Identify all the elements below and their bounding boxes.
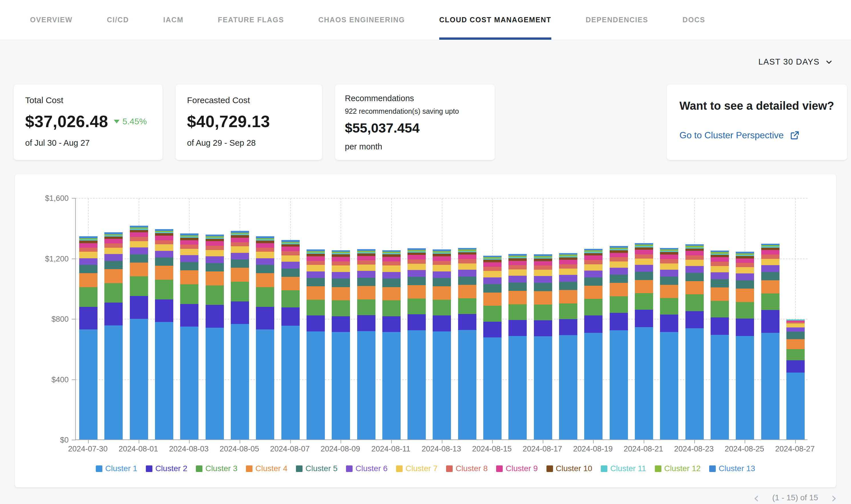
bar-2024-08-14[interactable] (455, 198, 480, 439)
period-selector[interactable]: LAST 30 DAYS (758, 57, 833, 67)
bar-2024-08-04[interactable] (202, 198, 227, 439)
bar-2024-08-18[interactable] (556, 198, 581, 439)
tab-overview[interactable]: OVERVIEW (30, 0, 73, 40)
tab-feature-flags[interactable]: FEATURE FLAGS (218, 0, 284, 40)
pagination-prev-icon[interactable]: ‹ (753, 492, 759, 503)
segment-cluster-4 (711, 287, 729, 301)
segment-cluster-8 (155, 240, 173, 245)
legend-item-cluster-10[interactable]: Cluster 10 (546, 464, 592, 473)
legend-item-cluster-1[interactable]: Cluster 1 (96, 464, 137, 473)
bar-2024-08-03[interactable] (177, 198, 202, 439)
legend-item-cluster-6[interactable]: Cluster 6 (346, 464, 387, 473)
tab-cloud-cost-management[interactable]: CLOUD COST MANAGEMENT (439, 0, 551, 40)
external-link-icon (789, 130, 800, 141)
legend-item-cluster-9[interactable]: Cluster 9 (496, 464, 538, 473)
legend-item-cluster-13[interactable]: Cluster 13 (709, 464, 755, 473)
x-axis-tick (694, 439, 695, 444)
x-axis-tick (644, 439, 644, 444)
bar-2024-08-25[interactable] (732, 198, 758, 439)
bar-2024-08-12[interactable] (404, 198, 429, 439)
bar-2024-08-01[interactable] (126, 198, 152, 439)
bar-2024-08-13[interactable] (429, 198, 454, 439)
bar-2024-08-10[interactable] (353, 198, 379, 439)
bar-2024-07-31[interactable] (101, 198, 126, 439)
cluster-perspective-link-label: Go to Cluster Perspective (679, 130, 784, 141)
y-axis-tick (72, 379, 76, 380)
top-navigation: OVERVIEWCI/CDIACMFEATURE FLAGSCHAOS ENGI… (0, 0, 851, 40)
bar-2024-08-20[interactable] (606, 198, 631, 439)
segment-cluster-10 (206, 239, 224, 241)
tab-ci-cd[interactable]: CI/CD (107, 0, 129, 40)
segment-cluster-10 (660, 252, 678, 254)
segment-cluster-8 (231, 242, 249, 247)
stacked-bar (584, 249, 603, 439)
bar-2024-08-07[interactable] (278, 198, 303, 439)
bar-2024-08-22[interactable] (657, 198, 682, 439)
tab-docs[interactable]: DOCS (682, 0, 705, 40)
segment-cluster-6 (357, 271, 376, 278)
bar-2024-08-23[interactable] (682, 198, 707, 439)
segment-cluster-2 (104, 303, 123, 325)
segment-cluster-7 (79, 252, 98, 258)
tab-iacm[interactable]: IACM (163, 0, 184, 40)
legend-item-cluster-3[interactable]: Cluster 3 (196, 464, 237, 473)
bar-2024-08-16[interactable] (505, 198, 530, 439)
bar-2024-08-26[interactable] (758, 198, 783, 439)
legend-item-cluster-2[interactable]: Cluster 2 (146, 464, 187, 473)
x-axis-label: 2024-08-03 (169, 445, 208, 453)
cluster-perspective-link[interactable]: Go to Cluster Perspective (679, 130, 834, 141)
segment-cluster-2 (483, 322, 502, 338)
legend-swatch (446, 465, 453, 472)
segment-cluster-10 (685, 249, 704, 251)
legend-item-cluster-11[interactable]: Cluster 11 (601, 464, 646, 473)
segment-cluster-2 (534, 320, 552, 336)
segment-cluster-10 (104, 237, 123, 239)
tab-dependencies[interactable]: DEPENDENCIES (586, 0, 648, 40)
bar-2024-08-19[interactable] (581, 198, 606, 439)
legend-item-cluster-7[interactable]: Cluster 7 (396, 464, 437, 473)
bar-2024-08-21[interactable] (631, 198, 657, 439)
segment-cluster-7 (458, 264, 476, 270)
bar-2024-08-02[interactable] (152, 198, 177, 439)
segment-cluster-1 (357, 331, 376, 439)
bar-2024-08-24[interactable] (707, 198, 732, 439)
segment-cluster-9 (130, 232, 148, 237)
pagination-next-icon[interactable]: › (831, 492, 837, 503)
stacked-bar (559, 253, 577, 439)
segment-cluster-1 (382, 332, 401, 439)
stacked-bar-chart (75, 198, 807, 440)
segment-cluster-7 (534, 270, 552, 276)
legend-item-cluster-8[interactable]: Cluster 8 (446, 464, 488, 473)
legend-item-cluster-4[interactable]: Cluster 4 (246, 464, 288, 473)
legend-swatch (655, 465, 661, 472)
bar-2024-08-06[interactable] (253, 198, 278, 439)
bar-2024-07-30[interactable] (76, 198, 101, 439)
segment-cluster-4 (483, 292, 502, 306)
legend-item-cluster-5[interactable]: Cluster 5 (296, 464, 337, 473)
legend-item-cluster-12[interactable]: Cluster 12 (655, 464, 701, 473)
segment-cluster-6 (256, 258, 274, 265)
segment-cluster-3 (231, 282, 249, 302)
segment-cluster-8 (180, 245, 198, 249)
x-axis-label: 2024-07-30 (68, 445, 107, 453)
segment-cluster-1 (104, 325, 123, 439)
bar-2024-08-17[interactable] (531, 198, 556, 439)
y-axis-tick (72, 319, 76, 320)
segment-cluster-2 (635, 310, 653, 327)
stacked-bar (407, 248, 426, 439)
bar-2024-08-05[interactable] (227, 198, 253, 439)
bar-2024-08-08[interactable] (303, 198, 328, 439)
bar-2024-08-11[interactable] (379, 198, 404, 439)
segment-cluster-4 (357, 286, 376, 300)
bar-2024-08-27[interactable] (783, 198, 808, 439)
segment-cluster-1 (761, 333, 780, 439)
segment-cluster-3 (357, 300, 376, 316)
stacked-bar (534, 254, 552, 439)
bar-2024-08-09[interactable] (328, 198, 353, 439)
legend-label: Cluster 7 (405, 464, 437, 473)
segment-cluster-6 (483, 277, 502, 284)
bar-2024-08-15[interactable] (480, 198, 505, 439)
segment-cluster-3 (786, 349, 805, 361)
tab-chaos-engineering[interactable]: CHAOS ENGINEERING (318, 0, 405, 40)
stacked-bar (104, 232, 123, 439)
